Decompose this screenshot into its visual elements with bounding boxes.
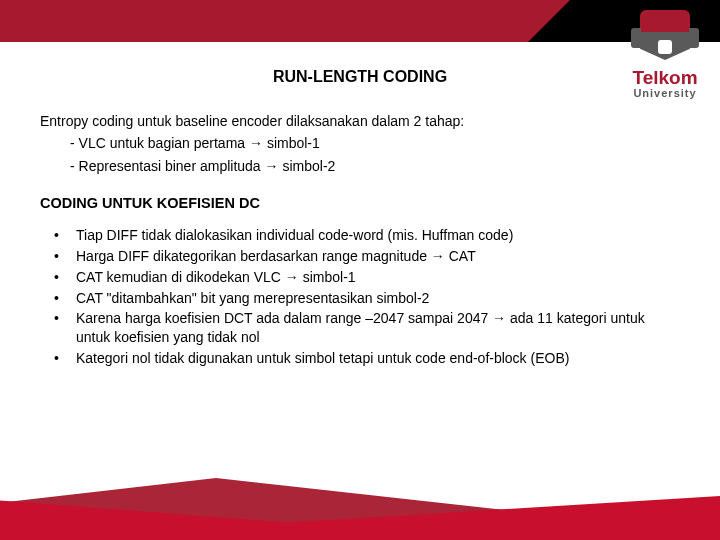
- intro-sub2: - Representasi biner amplituda → simbol-…: [40, 157, 680, 176]
- bullet-list: •Tiap DIFF tidak dialokasikan individual…: [40, 226, 680, 368]
- slide-title: RUN-LENGTH CODING: [40, 66, 680, 88]
- list-text: Harga DIFF dikategorikan berdasarkan ran…: [76, 247, 680, 266]
- list-item: •Kategori nol tidak digunakan untuk simb…: [54, 349, 680, 368]
- list-item: •Karena harga koefisien DCT ada dalam ra…: [54, 309, 680, 347]
- brand-logo: Telkom University: [632, 10, 698, 99]
- shield-icon: [632, 10, 698, 64]
- list-text: Tiap DIFF tidak dialokasikan individual …: [76, 226, 680, 245]
- brand-sub: University: [633, 87, 696, 99]
- intro-line: Entropy coding untuk baseline encoder di…: [40, 112, 680, 131]
- list-item: •CAT kemudian di dikodekan VLC → simbol-…: [54, 268, 680, 287]
- header-band: [0, 0, 720, 42]
- header-red: [0, 0, 570, 42]
- list-text: CAT "ditambahkan" bit yang merepresentas…: [76, 289, 680, 308]
- list-item: •Tiap DIFF tidak dialokasikan individual…: [54, 226, 680, 245]
- list-item: •CAT "ditambahkan" bit yang merepresenta…: [54, 289, 680, 308]
- list-item: •Harga DIFF dikategorikan berdasarkan ra…: [54, 247, 680, 266]
- list-text: Karena harga koefisien DCT ada dalam ran…: [76, 309, 680, 347]
- list-text: CAT kemudian di dikodekan VLC → simbol-1: [76, 268, 680, 287]
- brand-name: Telkom: [632, 68, 697, 87]
- section-heading: CODING UNTUK KOEFISIEN DC: [40, 194, 680, 214]
- intro-sub1: - VLC untuk bagian pertama → simbol-1: [40, 134, 680, 153]
- list-text: Kategori nol tidak digunakan untuk simbo…: [76, 349, 680, 368]
- slide-content: RUN-LENGTH CODING Entropy coding untuk b…: [40, 60, 680, 370]
